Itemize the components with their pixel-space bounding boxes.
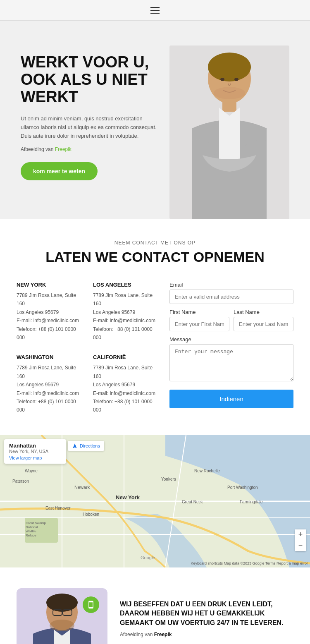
lastname-input[interactable]: [234, 317, 293, 331]
svg-text:New York: New York: [116, 494, 140, 500]
map-section: Newark New York Yonkers New Rochelle Por…: [0, 435, 310, 567]
svg-point-5: [234, 78, 238, 81]
svg-text:Port Washington: Port Washington: [227, 485, 258, 490]
phone-badge-icon: [87, 601, 95, 609]
svg-point-38: [50, 620, 74, 631]
hamburger-menu[interactable]: [150, 7, 160, 14]
contact-offices: NEW YORK 7789 Jim Rosa Lane, Suite 160Lo…: [17, 282, 161, 414]
hero-title: WERKT VOOR U, OOK ALS U NIET WERKT: [21, 54, 157, 105]
svg-text:East Hanover: East Hanover: [45, 506, 71, 510]
email-group: Email: [169, 282, 293, 304]
map-location-card: Manhattan New York, NY, USA View larger …: [4, 439, 66, 464]
cta-text: WIJ BESEFFEN DAT U EEN DRUK LEVEN LEIDT,…: [120, 600, 293, 627]
svg-text:Newark: Newark: [74, 485, 90, 490]
office-ny-address: 7789 Jim Rosa Lane, Suite 160Los Angeles…: [17, 291, 85, 342]
contact-inner: NEW YORK 7789 Jim Rosa Lane, Suite 160Lo…: [17, 282, 293, 414]
directions-button[interactable]: Directions: [68, 441, 104, 451]
svg-text:Refuge: Refuge: [26, 534, 36, 537]
name-row: First Name Last Name: [169, 309, 293, 331]
email-input[interactable]: [169, 290, 293, 304]
svg-text:Farmingdale: Farmingdale: [240, 500, 263, 504]
firstname-label: First Name: [169, 309, 229, 315]
cta-image: [17, 588, 107, 644]
zoom-in-button[interactable]: +: [295, 529, 306, 540]
office-wa-title: WASHINGTON: [17, 354, 85, 360]
message-group: Message: [169, 336, 293, 383]
svg-text:Wayne: Wayne: [25, 469, 38, 473]
cta-badge: [83, 596, 99, 613]
office-la-address: 7789 Jim Rosa Lane, Suite 160Los Angeles…: [93, 291, 161, 342]
svg-point-2: [208, 53, 251, 81]
message-label: Message: [169, 336, 293, 342]
office-washington: WASHINGTON 7789 Jim Rosa Lane, Suite 160…: [17, 354, 85, 414]
svg-rect-3: [222, 99, 236, 112]
office-ca-title: CALIFORNIË: [93, 354, 161, 360]
office-new-york: NEW YORK 7789 Jim Rosa Lane, Suite 160Lo…: [17, 282, 85, 342]
hero-left: WERKT VOOR U, OOK ALS U NIET WERKT Ut en…: [21, 45, 157, 180]
svg-text:Paterson: Paterson: [12, 479, 29, 484]
cta-section: WIJ BESEFFEN DAT U EEN DRUK LEVEN LEIDT,…: [0, 567, 310, 644]
view-larger-map-link[interactable]: View larger map: [9, 455, 61, 460]
hero-person-image: [169, 45, 289, 219]
svg-text:Yonkers: Yonkers: [161, 477, 176, 481]
zoom-out-button[interactable]: −: [295, 540, 306, 551]
hero-button[interactable]: kom meer te weten: [21, 162, 98, 180]
map-zoom-controls: + −: [295, 529, 306, 551]
svg-point-33: [46, 594, 78, 612]
office-ca-address: 7789 Jim Rosa Lane, Suite 160Los Angeles…: [93, 364, 161, 414]
svg-text:Google: Google: [141, 555, 155, 560]
cta-right: WIJ BESEFFEN DAT U EEN DRUK LEVEN LEIDT,…: [120, 600, 293, 644]
firstname-input[interactable]: [169, 317, 229, 331]
hero-section: WERKT VOOR U, OOK ALS U NIET WERKT Ut en…: [0, 21, 310, 219]
email-label: Email: [169, 282, 293, 288]
office-ny-title: NEW YORK: [17, 282, 85, 288]
svg-point-6: [214, 87, 245, 99]
contact-subtitle: NEEM CONTACT MET ONS OP: [17, 240, 293, 246]
office-wa-address: 7789 Jim Rosa Lane, Suite 160Los Angeles…: [17, 364, 85, 414]
firstname-group: First Name: [169, 309, 229, 331]
office-los-angeles: LOS ANGELES 7789 Jim Rosa Lane, Suite 16…: [93, 282, 161, 342]
svg-text:New Rochelle: New Rochelle: [194, 469, 220, 473]
svg-text:Hoboken: Hoboken: [83, 512, 99, 517]
office-california: CALIFORNIË 7789 Jim Rosa Lane, Suite 160…: [93, 354, 161, 414]
submit-button[interactable]: Indienen: [169, 390, 293, 408]
lastname-label: Last Name: [234, 309, 293, 315]
message-textarea[interactable]: [169, 344, 293, 381]
offices-grid: NEW YORK 7789 Jim Rosa Lane, Suite 160Lo…: [17, 282, 161, 414]
cta-credit: Afbeelding van Freepik: [120, 632, 293, 637]
svg-text:Great Neck: Great Neck: [182, 500, 203, 504]
lastname-group: Last Name: [234, 309, 293, 331]
contact-title: LATEN WE CONTACT OPNEMEN: [17, 249, 293, 265]
hero-credit: Afbeelding van Freepik: [21, 146, 157, 152]
office-la-title: LOS ANGELES: [93, 282, 161, 288]
freepik-link[interactable]: Freepik: [55, 146, 72, 152]
hero-right: [157, 45, 289, 219]
map-footer-text: Keyboard shortcuts Map data ©2023 Google…: [191, 561, 308, 565]
directions-icon: [72, 443, 78, 449]
map-location-sub: New York, NY, USA: [9, 449, 61, 454]
header: [0, 0, 310, 21]
hero-description: Ut enim ad minim veniam, quis nostrud ex…: [21, 115, 157, 140]
contact-section: NEEM CONTACT MET ONS OP LATEN WE CONTACT…: [0, 219, 310, 435]
svg-text:Wildlife: Wildlife: [26, 529, 36, 533]
map-location-title: Manhattan: [9, 443, 61, 449]
cta-person-image: [17, 588, 107, 644]
svg-text:National: National: [26, 525, 38, 529]
svg-point-4: [220, 78, 224, 81]
contact-form: Email First Name Last Name Message Indie…: [169, 282, 293, 414]
svg-text:Great Swamp: Great Swamp: [26, 521, 46, 525]
